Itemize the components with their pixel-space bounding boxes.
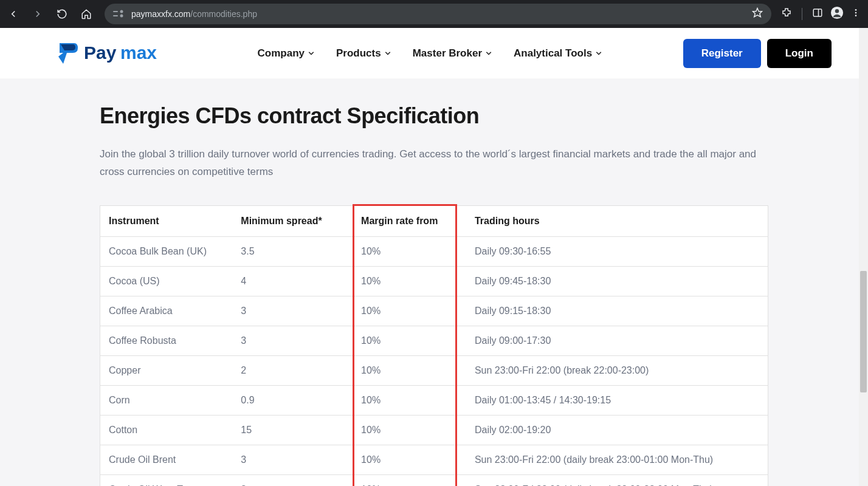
svg-point-8 xyxy=(835,9,839,13)
nav-controls xyxy=(5,5,95,22)
svg-point-2 xyxy=(120,10,123,13)
spec-table: Instrument Minimum spread* Margin rate f… xyxy=(100,205,768,486)
nav-item-label: Master Broker xyxy=(413,47,482,60)
nav-item-label: Products xyxy=(336,47,381,60)
td-margin: 10% xyxy=(354,355,467,385)
td-spread: 3.5 xyxy=(233,236,354,266)
nav-item-label: Company xyxy=(258,47,305,60)
login-button[interactable]: Login xyxy=(767,39,832,68)
page: Pay max Company Products Master Broker A… xyxy=(0,28,868,486)
register-button[interactable]: Register xyxy=(683,39,761,68)
td-instrument: Coffee Robusta xyxy=(100,326,234,355)
td-margin: 10% xyxy=(354,415,467,445)
td-spread: 2 xyxy=(233,355,354,385)
td-spread: 0.9 xyxy=(233,385,354,415)
td-hours: Daily 09:30-16:55 xyxy=(467,236,768,266)
td-margin: 10% xyxy=(354,474,467,486)
table-row: Coffee Robusta310%Daily 09:00-17:30 xyxy=(100,326,768,355)
site-navbar: Pay max Company Products Master Broker A… xyxy=(0,28,868,79)
td-hours: Daily 09:15-18:30 xyxy=(467,296,768,326)
th-margin: Margin rate from xyxy=(354,205,467,236)
td-margin: 10% xyxy=(354,445,467,474)
reload-button[interactable] xyxy=(53,5,71,22)
site-settings-icon[interactable] xyxy=(113,9,125,19)
page-title: Energies CFDs contract Specification xyxy=(100,103,768,129)
chevron-down-icon xyxy=(486,52,492,55)
table-row: Coffee Arabica310%Daily 09:15-18:30 xyxy=(100,296,768,326)
td-hours: Daily 01:00-13:45 / 14:30-19:15 xyxy=(467,385,768,415)
back-button[interactable] xyxy=(5,5,22,22)
menu-icon[interactable] xyxy=(851,8,861,20)
table-header-row: Instrument Minimum spread* Margin rate f… xyxy=(100,205,768,236)
td-hours: Daily 09:45-18:30 xyxy=(467,266,768,296)
svg-text:Pay: Pay xyxy=(84,43,117,63)
td-spread: 3 xyxy=(233,296,354,326)
td-instrument: Crude Oil Brent xyxy=(100,445,234,474)
svg-rect-5 xyxy=(813,9,822,16)
svg-rect-1 xyxy=(113,15,118,16)
logo[interactable]: Pay max xyxy=(55,39,176,67)
nav-company[interactable]: Company xyxy=(258,47,314,60)
svg-marker-4 xyxy=(753,9,762,17)
td-spread: 3 xyxy=(233,445,354,474)
td-margin: 10% xyxy=(354,385,467,415)
td-hours: Sun 23:00-Fri 22:00 (daily break 22:00-2… xyxy=(467,474,768,486)
nav-buttons: Register Login xyxy=(683,39,832,68)
td-instrument: Cotton xyxy=(100,415,234,445)
browser-right-controls xyxy=(781,6,863,22)
td-hours: Daily 09:00-17:30 xyxy=(467,326,768,355)
td-instrument: Corn xyxy=(100,385,234,415)
svg-rect-0 xyxy=(113,11,118,12)
svg-point-11 xyxy=(855,15,857,16)
svg-text:max: max xyxy=(120,43,157,63)
td-spread: 15 xyxy=(233,415,354,445)
td-spread: 3 xyxy=(233,326,354,355)
nav-item-label: Analytical Tools xyxy=(514,47,592,60)
svg-point-3 xyxy=(120,15,123,18)
forward-button[interactable] xyxy=(29,5,46,22)
th-instrument: Instrument xyxy=(100,205,234,236)
td-margin: 10% xyxy=(354,266,467,296)
nav-menu: Company Products Master Broker Analytica… xyxy=(258,47,602,60)
nav-analytical-tools[interactable]: Analytical Tools xyxy=(514,47,602,60)
side-panel-icon[interactable] xyxy=(812,7,823,21)
td-instrument: Coffee Arabica xyxy=(100,296,234,326)
url-bar[interactable]: paymaxxfx.com/commodities.php xyxy=(105,4,771,24)
table-row: Crude Oil Brent310%Sun 23:00-Fri 22:00 (… xyxy=(100,445,768,474)
td-margin: 10% xyxy=(354,326,467,355)
home-button[interactable] xyxy=(78,5,95,22)
table-row: Cocoa Bulk Bean (UK)3.510%Daily 09:30-16… xyxy=(100,236,768,266)
content-wrap: Energies CFDs contract Specification Joi… xyxy=(0,79,868,486)
table-wrap: Instrument Minimum spread* Margin rate f… xyxy=(100,205,768,486)
td-margin: 10% xyxy=(354,236,467,266)
td-instrument: Crude Oil West Texas xyxy=(100,474,234,486)
content: Energies CFDs contract Specification Joi… xyxy=(69,103,799,486)
td-spread: 4 xyxy=(233,266,354,296)
td-spread: 3 xyxy=(233,474,354,486)
browser-toolbar: paymaxxfx.com/commodities.php xyxy=(0,0,868,28)
extensions-icon[interactable] xyxy=(781,7,792,21)
table-row: Crude Oil West Texas310%Sun 23:00-Fri 22… xyxy=(100,474,768,486)
nav-master-broker[interactable]: Master Broker xyxy=(413,47,492,60)
td-hours: Sun 23:00-Fri 22:00 (break 22:00-23:00) xyxy=(467,355,768,385)
scrollbar-track[interactable] xyxy=(859,28,868,486)
td-hours: Daily 02:00-19:20 xyxy=(467,415,768,445)
td-instrument: Cocoa (US) xyxy=(100,266,234,296)
th-hours: Trading hours xyxy=(467,205,768,236)
table-row: Copper210%Sun 23:00-Fri 22:00 (break 22:… xyxy=(100,355,768,385)
td-instrument: Cocoa Bulk Bean (UK) xyxy=(100,236,234,266)
profile-icon[interactable] xyxy=(830,6,844,22)
chevron-down-icon xyxy=(385,52,391,55)
chevron-down-icon xyxy=(308,52,314,55)
th-spread: Minimum spread* xyxy=(233,205,354,236)
td-margin: 10% xyxy=(354,296,467,326)
scrollbar-thumb[interactable] xyxy=(860,271,867,392)
table-row: Cocoa (US)410%Daily 09:45-18:30 xyxy=(100,266,768,296)
svg-point-9 xyxy=(855,9,857,11)
td-instrument: Copper xyxy=(100,355,234,385)
table-row: Cotton1510%Daily 02:00-19:20 xyxy=(100,415,768,445)
svg-point-10 xyxy=(855,12,857,14)
bookmark-icon[interactable] xyxy=(752,7,763,21)
divider xyxy=(802,8,802,20)
nav-products[interactable]: Products xyxy=(336,47,391,60)
